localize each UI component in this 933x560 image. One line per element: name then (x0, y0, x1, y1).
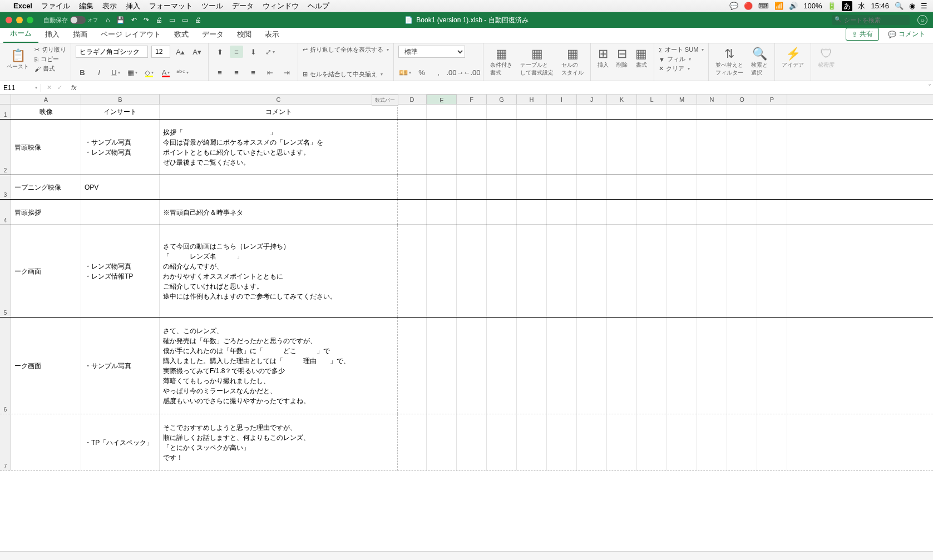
cell-E2[interactable] (427, 120, 457, 175)
cell-G2[interactable] (487, 120, 517, 175)
control-center-icon[interactable]: ☰ (921, 2, 927, 10)
sheet-search-input[interactable] (832, 15, 910, 25)
cell-F1[interactable] (457, 105, 487, 119)
enter-formula-icon[interactable]: ✓ (57, 84, 62, 91)
cell-M7[interactable] (667, 414, 697, 470)
cell-G6[interactable] (487, 318, 517, 414)
row-header-5[interactable]: 5 (0, 225, 11, 317)
horizontal-scrollbar[interactable] (0, 551, 933, 560)
cell-A6[interactable]: ーク画面 (11, 318, 81, 414)
clear-button[interactable]: ✕クリア (659, 65, 704, 73)
sort-filter-button[interactable]: ⇅並べ替えと フィルター (713, 46, 746, 78)
cell-F5[interactable] (457, 225, 487, 317)
cell-F3[interactable] (457, 175, 487, 199)
cell-F2[interactable] (457, 120, 487, 175)
menu-help[interactable]: ヘルプ (308, 1, 329, 11)
cancel-formula-icon[interactable]: ✕ (47, 84, 52, 91)
currency-button[interactable]: 💴 (398, 66, 412, 78)
italic-button[interactable]: I (92, 66, 106, 78)
cell-D7[interactable] (398, 414, 427, 470)
cell-D1[interactable] (398, 105, 427, 119)
decrease-decimal-button[interactable]: ←.00 (465, 66, 478, 78)
borders-button[interactable]: ▦ (126, 66, 139, 78)
cell-O3[interactable] (727, 175, 757, 199)
cell-M1[interactable] (667, 105, 697, 119)
qat-icon[interactable]: ▭ (169, 16, 175, 24)
col-header-G[interactable]: G (487, 95, 517, 105)
row-header-2[interactable]: 2 (0, 120, 11, 175)
close-window-button[interactable] (6, 17, 12, 23)
cell-A5[interactable]: ーク画面 (11, 225, 81, 317)
col-header-A[interactable]: A (11, 95, 81, 105)
volume-icon[interactable]: 🔊 (789, 2, 798, 10)
col-header-L[interactable]: L (637, 95, 667, 105)
cell-G1[interactable] (487, 105, 517, 119)
minimize-window-button[interactable] (16, 17, 23, 23)
cell-A4[interactable]: 冒頭挨拶 (11, 200, 81, 225)
siri-icon[interactable]: ◉ (909, 2, 915, 10)
print-icon[interactable]: 🖨 (156, 16, 162, 24)
cell-K6[interactable] (607, 318, 637, 414)
cell-B5[interactable]: ・レンズ物写真 ・レンズ情報TP (81, 225, 160, 317)
fill-color-button[interactable]: ◇ (142, 66, 156, 78)
tab-view[interactable]: 表示 (258, 26, 286, 43)
cell-J2[interactable] (577, 120, 607, 175)
redo-icon[interactable]: ↷ (144, 16, 149, 24)
cut-button[interactable]: ✂切り取り (34, 46, 66, 54)
select-all-corner[interactable] (0, 95, 11, 104)
fill-button[interactable]: ▼フィル (659, 55, 704, 63)
comma-button[interactable]: , (432, 66, 445, 78)
cell-N3[interactable] (697, 175, 727, 199)
cell-I3[interactable] (547, 175, 577, 199)
cell-H5[interactable] (517, 225, 547, 317)
row-header-1[interactable]: 1 (0, 105, 11, 119)
cell-O6[interactable] (727, 318, 757, 414)
cell-O2[interactable] (727, 120, 757, 175)
menu-insert[interactable]: 挿入 (126, 1, 140, 11)
cell-M6[interactable] (667, 318, 697, 414)
cell-A1[interactable]: 映像 (11, 105, 81, 119)
format-cells-button[interactable]: ▦書式 (633, 46, 649, 70)
find-select-button[interactable]: 🔍検索と 選択 (749, 46, 770, 78)
cell-C7[interactable]: そこでおすすめしようと思った理由ですが、 順に詳しくお話しますと、何よりもこのレ… (160, 414, 398, 470)
formula-input[interactable] (80, 84, 933, 92)
font-color-button[interactable]: A (159, 66, 172, 78)
col-header-I[interactable]: I (547, 95, 577, 105)
format-painter-button[interactable]: 🖌書式 (34, 65, 66, 73)
menu-data[interactable]: データ (232, 1, 254, 11)
align-bottom-button[interactable]: ⬇ (246, 46, 260, 58)
cell-I2[interactable] (547, 120, 577, 175)
align-middle-button[interactable]: ≡ (230, 46, 243, 58)
cell-C3[interactable] (160, 175, 398, 199)
cell-L2[interactable] (637, 120, 667, 175)
cell-M3[interactable] (667, 175, 697, 199)
format-as-table-button[interactable]: ▦テーブルと して書式設定 (518, 46, 556, 78)
cell-D2[interactable] (398, 120, 427, 175)
cell-P4[interactable] (757, 200, 787, 225)
cell-G7[interactable] (487, 414, 517, 470)
keyboard-icon[interactable]: ⌨ (758, 2, 769, 10)
cell-P6[interactable] (757, 318, 787, 414)
name-box[interactable]: E11▾ (0, 84, 41, 92)
cell-K1[interactable] (607, 105, 637, 119)
battery-icon[interactable]: 🔋 (827, 2, 836, 10)
col-header-H[interactable]: H (517, 95, 547, 105)
autosave-toggle[interactable]: 自動保存 オフ (43, 16, 98, 24)
cell-J1[interactable] (577, 105, 607, 119)
col-header-P[interactable]: P (757, 95, 787, 105)
tab-insert[interactable]: 挿入 (38, 26, 66, 43)
worksheet-grid[interactable]: 1 映像 インサート コメント 2冒頭映像・サンプル写真 ・レンズ物写真挨拶「 … (0, 105, 933, 551)
zoom-window-button[interactable] (27, 17, 33, 23)
cell-D4[interactable] (398, 200, 427, 225)
cell-N5[interactable] (697, 225, 727, 317)
cell-O5[interactable] (727, 225, 757, 317)
cell-F4[interactable] (457, 200, 487, 225)
cell-N7[interactable] (697, 414, 727, 470)
cell-P2[interactable] (757, 120, 787, 175)
cell-C1[interactable]: コメント (160, 105, 398, 119)
sensitivity-button[interactable]: 🛡秘密度 (816, 46, 837, 70)
save-icon[interactable]: 💾 (116, 16, 125, 24)
cell-N6[interactable] (697, 318, 727, 414)
col-header-E[interactable]: E (427, 95, 457, 105)
row-header-7[interactable]: 7 (0, 414, 11, 470)
